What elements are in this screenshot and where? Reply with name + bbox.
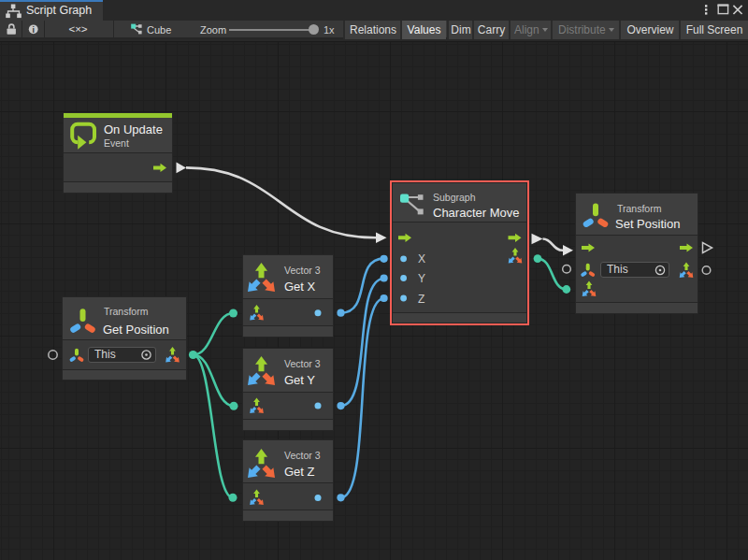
svg-text:i: i [32,25,35,35]
svg-text:<×>: <×> [68,23,87,35]
